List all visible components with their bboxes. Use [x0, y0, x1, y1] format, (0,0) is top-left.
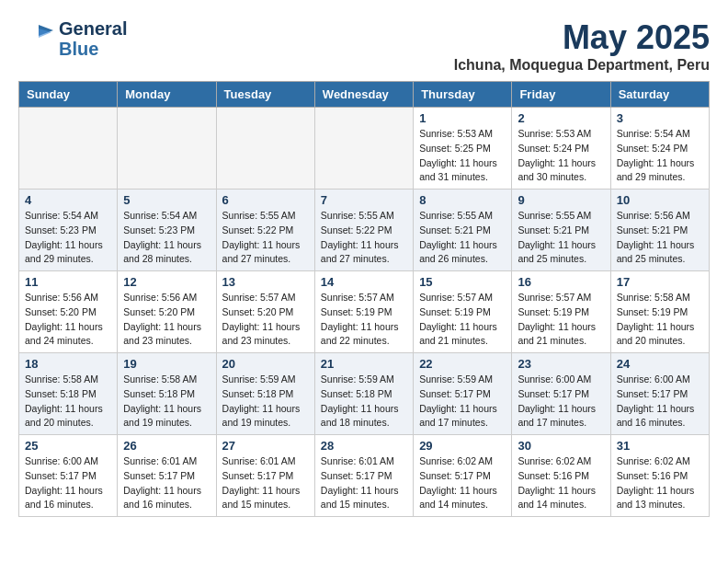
month-title: May 2025	[454, 18, 710, 57]
calendar-header-row: SundayMondayTuesdayWednesdayThursdayFrid…	[19, 82, 710, 108]
calendar-cell: 4Sunrise: 5:54 AM Sunset: 5:23 PM Daylig…	[19, 190, 118, 271]
calendar-cell: 11Sunrise: 5:56 AM Sunset: 5:20 PM Dayli…	[19, 271, 118, 353]
logo-blue: Blue	[59, 39, 127, 59]
day-number: 18	[25, 357, 111, 371]
calendar-week-row: 25Sunrise: 6:00 AM Sunset: 5:17 PM Dayli…	[19, 435, 710, 517]
day-number: 29	[419, 439, 506, 453]
day-info: Sunrise: 6:01 AM Sunset: 5:17 PM Dayligh…	[123, 454, 210, 512]
day-number: 20	[222, 357, 309, 371]
day-info: Sunrise: 6:02 AM Sunset: 5:16 PM Dayligh…	[518, 454, 604, 512]
day-info: Sunrise: 5:58 AM Sunset: 5:18 PM Dayligh…	[123, 373, 210, 431]
day-info: Sunrise: 6:02 AM Sunset: 5:17 PM Dayligh…	[419, 454, 506, 512]
day-number: 25	[25, 439, 111, 453]
calendar-cell: 12Sunrise: 5:56 AM Sunset: 5:20 PM Dayli…	[118, 271, 216, 353]
day-number: 17	[617, 275, 703, 289]
day-info: Sunrise: 5:57 AM Sunset: 5:20 PM Dayligh…	[222, 291, 309, 349]
day-info: Sunrise: 5:59 AM Sunset: 5:17 PM Dayligh…	[419, 373, 506, 431]
calendar-cell: 27Sunrise: 6:01 AM Sunset: 5:17 PM Dayli…	[216, 435, 314, 517]
column-header-monday: Monday	[118, 82, 216, 108]
logo-icon	[18, 21, 55, 56]
calendar-cell	[19, 108, 118, 190]
day-number: 15	[419, 275, 506, 289]
logo: General Blue	[18, 18, 127, 59]
calendar-cell: 1Sunrise: 5:53 AM Sunset: 5:25 PM Daylig…	[414, 108, 512, 190]
day-info: Sunrise: 5:55 AM Sunset: 5:22 PM Dayligh…	[222, 209, 309, 267]
day-info: Sunrise: 5:56 AM Sunset: 5:20 PM Dayligh…	[25, 291, 111, 349]
day-number: 19	[123, 357, 210, 371]
day-info: Sunrise: 5:53 AM Sunset: 5:24 PM Dayligh…	[518, 127, 604, 185]
day-info: Sunrise: 5:54 AM Sunset: 5:23 PM Dayligh…	[25, 209, 111, 267]
day-info: Sunrise: 5:58 AM Sunset: 5:19 PM Dayligh…	[617, 291, 703, 349]
day-number: 2	[518, 111, 604, 125]
day-number: 1	[419, 111, 506, 125]
column-header-wednesday: Wednesday	[314, 82, 413, 108]
column-header-saturday: Saturday	[610, 82, 709, 108]
day-info: Sunrise: 6:00 AM Sunset: 5:17 PM Dayligh…	[617, 373, 703, 431]
day-number: 6	[222, 193, 309, 207]
day-number: 3	[617, 111, 703, 125]
calendar-cell: 21Sunrise: 5:59 AM Sunset: 5:18 PM Dayli…	[314, 353, 413, 435]
day-info: Sunrise: 5:57 AM Sunset: 5:19 PM Dayligh…	[518, 291, 604, 349]
day-info: Sunrise: 6:01 AM Sunset: 5:17 PM Dayligh…	[321, 454, 407, 512]
logo-general: General	[59, 18, 127, 39]
day-info: Sunrise: 5:57 AM Sunset: 5:19 PM Dayligh…	[419, 291, 506, 349]
calendar-cell: 9Sunrise: 5:55 AM Sunset: 5:21 PM Daylig…	[512, 190, 610, 271]
calendar-cell: 2Sunrise: 5:53 AM Sunset: 5:24 PM Daylig…	[512, 108, 610, 190]
header: General Blue May 2025 Ichuna, Moquegua D…	[18, 18, 710, 74]
calendar-cell: 5Sunrise: 5:54 AM Sunset: 5:23 PM Daylig…	[118, 190, 216, 271]
calendar-cell	[314, 108, 413, 190]
calendar-week-row: 1Sunrise: 5:53 AM Sunset: 5:25 PM Daylig…	[19, 108, 710, 190]
day-info: Sunrise: 5:55 AM Sunset: 5:22 PM Dayligh…	[321, 209, 407, 267]
day-number: 31	[617, 439, 703, 453]
title-area: May 2025 Ichuna, Moquegua Department, Pe…	[454, 18, 710, 74]
day-number: 30	[518, 439, 604, 453]
day-number: 10	[617, 193, 703, 207]
calendar-cell: 6Sunrise: 5:55 AM Sunset: 5:22 PM Daylig…	[216, 190, 314, 271]
calendar-cell: 10Sunrise: 5:56 AM Sunset: 5:21 PM Dayli…	[610, 190, 709, 271]
day-info: Sunrise: 6:02 AM Sunset: 5:16 PM Dayligh…	[617, 454, 703, 512]
day-number: 9	[518, 193, 604, 207]
calendar-cell: 15Sunrise: 5:57 AM Sunset: 5:19 PM Dayli…	[414, 271, 512, 353]
day-number: 24	[617, 357, 703, 371]
column-header-tuesday: Tuesday	[216, 82, 314, 108]
calendar-cell: 17Sunrise: 5:58 AM Sunset: 5:19 PM Dayli…	[610, 271, 709, 353]
calendar-cell: 19Sunrise: 5:58 AM Sunset: 5:18 PM Dayli…	[118, 353, 216, 435]
calendar-cell: 20Sunrise: 5:59 AM Sunset: 5:18 PM Dayli…	[216, 353, 314, 435]
day-number: 12	[123, 275, 210, 289]
day-number: 28	[321, 439, 407, 453]
calendar-week-row: 11Sunrise: 5:56 AM Sunset: 5:20 PM Dayli…	[19, 271, 710, 353]
day-number: 22	[419, 357, 506, 371]
day-info: Sunrise: 5:55 AM Sunset: 5:21 PM Dayligh…	[518, 209, 604, 267]
day-info: Sunrise: 5:59 AM Sunset: 5:18 PM Dayligh…	[222, 373, 309, 431]
day-number: 4	[25, 193, 111, 207]
day-info: Sunrise: 6:01 AM Sunset: 5:17 PM Dayligh…	[222, 454, 309, 512]
column-header-thursday: Thursday	[414, 82, 512, 108]
calendar-cell: 16Sunrise: 5:57 AM Sunset: 5:19 PM Dayli…	[512, 271, 610, 353]
day-info: Sunrise: 5:53 AM Sunset: 5:25 PM Dayligh…	[419, 127, 506, 185]
day-number: 13	[222, 275, 309, 289]
calendar-cell	[216, 108, 314, 190]
day-number: 14	[321, 275, 407, 289]
column-header-friday: Friday	[512, 82, 610, 108]
calendar-cell: 31Sunrise: 6:02 AM Sunset: 5:16 PM Dayli…	[610, 435, 709, 517]
day-number: 16	[518, 275, 604, 289]
calendar-cell: 14Sunrise: 5:57 AM Sunset: 5:19 PM Dayli…	[314, 271, 413, 353]
column-header-sunday: Sunday	[19, 82, 118, 108]
day-info: Sunrise: 5:59 AM Sunset: 5:18 PM Dayligh…	[321, 373, 407, 431]
calendar-cell: 22Sunrise: 5:59 AM Sunset: 5:17 PM Dayli…	[414, 353, 512, 435]
calendar-cell: 30Sunrise: 6:02 AM Sunset: 5:16 PM Dayli…	[512, 435, 610, 517]
day-number: 11	[25, 275, 111, 289]
day-number: 5	[123, 193, 210, 207]
calendar-cell: 25Sunrise: 6:00 AM Sunset: 5:17 PM Dayli…	[19, 435, 118, 517]
calendar-cell: 24Sunrise: 6:00 AM Sunset: 5:17 PM Dayli…	[610, 353, 709, 435]
day-number: 8	[419, 193, 506, 207]
calendar: SundayMondayTuesdayWednesdayThursdayFrid…	[18, 81, 710, 517]
calendar-cell: 26Sunrise: 6:01 AM Sunset: 5:17 PM Dayli…	[118, 435, 216, 517]
calendar-cell: 28Sunrise: 6:01 AM Sunset: 5:17 PM Dayli…	[314, 435, 413, 517]
day-info: Sunrise: 5:58 AM Sunset: 5:18 PM Dayligh…	[25, 373, 111, 431]
calendar-week-row: 18Sunrise: 5:58 AM Sunset: 5:18 PM Dayli…	[19, 353, 710, 435]
day-number: 7	[321, 193, 407, 207]
calendar-cell: 29Sunrise: 6:02 AM Sunset: 5:17 PM Dayli…	[414, 435, 512, 517]
day-info: Sunrise: 6:00 AM Sunset: 5:17 PM Dayligh…	[518, 373, 604, 431]
calendar-cell: 13Sunrise: 5:57 AM Sunset: 5:20 PM Dayli…	[216, 271, 314, 353]
